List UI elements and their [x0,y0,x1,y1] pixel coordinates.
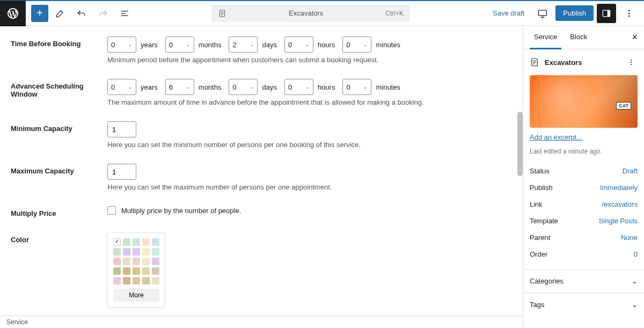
minutes-select[interactable]: 0⌄ [342,79,371,95]
color-swatch[interactable] [123,248,130,256]
max-capacity-input[interactable] [107,164,136,180]
close-sidebar-button[interactable]: × [632,32,638,43]
years-select[interactable]: 0⌄ [107,37,136,53]
field-color: Color More [11,232,523,308]
tab-service[interactable]: Service [530,26,561,49]
prop-status: StatusDraft [530,163,638,179]
months-select[interactable]: 6⌄ [165,79,194,95]
hours-select[interactable]: 0⌄ [284,37,313,53]
dots-vertical-icon [624,8,634,19]
color-swatch[interactable] [133,277,140,285]
color-swatch[interactable] [152,258,159,265]
edit-mode-button[interactable] [50,4,70,23]
preview-button[interactable] [533,4,552,23]
prop-order: Order0 [530,246,638,263]
breadcrumb[interactable]: Service [0,316,523,328]
sidebar-icon [601,8,612,19]
help-text: Here you can set the maximum number of p… [107,183,523,191]
main-area: Time Before Booking 0⌄years 0⌄months 2⌄d… [0,26,644,328]
panel-tags[interactable]: Tags ⌄ [523,293,644,316]
color-swatch[interactable] [133,267,140,275]
checkbox-label: Multiply price by the number of people. [121,207,241,215]
toolbar-right: Save draft Publish [487,4,644,23]
editor-canvas: Time Before Booking 0⌄years 0⌄months 2⌄d… [0,26,523,328]
color-swatch[interactable] [142,277,150,285]
color-swatch[interactable] [152,248,159,256]
scrollbar-handle[interactable] [517,112,523,176]
svg-point-4 [628,10,630,11]
color-more-button[interactable]: More [113,289,159,302]
years-select[interactable]: 0⌄ [107,79,136,95]
featured-image[interactable]: CAT [530,75,638,128]
wp-logo[interactable] [0,1,26,26]
add-excerpt-link[interactable]: Add an excerpt... [523,133,644,148]
color-swatch[interactable] [113,267,121,275]
prop-publish: PublishImmediately [530,179,638,196]
minutes-select[interactable]: 0⌄ [342,37,371,53]
help-text: Minimum period before the appointment wh… [107,56,523,64]
color-swatch[interactable] [113,258,121,265]
color-swatch[interactable] [123,267,130,275]
chevron-down-icon: ⌄ [363,42,368,47]
color-swatch[interactable] [142,238,150,246]
color-swatch[interactable] [142,248,150,256]
save-draft-button[interactable]: Save draft [487,6,530,20]
svg-point-10 [631,64,632,65]
keyboard-shortcut: Ctrl+K [385,10,404,17]
help-text: Here you can set the minimum number of p… [107,141,523,149]
dots-vertical-icon [627,58,635,67]
page-icon [218,9,226,18]
color-swatch[interactable] [123,258,130,265]
color-swatch[interactable] [113,238,121,246]
field-label: Time Before Booking [11,37,107,64]
color-swatch[interactable] [113,277,121,285]
days-select[interactable]: 0⌄ [229,79,258,95]
panel-categories[interactable]: Categories ⌄ [523,269,644,293]
chevron-down-icon: ⌄ [250,42,254,47]
publish-button[interactable]: Publish [555,5,594,21]
months-select[interactable]: 0⌄ [165,37,194,53]
document-title: Excavators [231,9,381,17]
color-swatch[interactable] [142,258,150,265]
hours-select[interactable]: 0⌄ [284,79,313,95]
prop-link: Link/excavators [530,196,638,213]
days-select[interactable]: 2⌄ [229,37,258,53]
document-overview-button[interactable] [115,4,134,23]
color-swatch[interactable] [152,277,159,285]
sidebar-options-button[interactable] [625,56,638,69]
field-multiply-price: Multiply Price Multiply price by the num… [11,206,523,217]
color-swatch[interactable] [133,238,140,246]
chevron-down-icon: ⌄ [305,84,310,90]
pencil-icon [55,8,65,19]
color-swatch[interactable] [152,267,159,275]
chevron-down-icon: ⌄ [363,84,368,90]
color-swatch[interactable] [113,248,121,256]
color-swatch[interactable] [133,248,140,256]
color-swatch[interactable] [152,238,159,246]
color-swatch[interactable] [133,258,140,265]
tab-block[interactable]: Block [566,26,591,49]
svg-point-9 [631,62,632,63]
color-swatch[interactable] [123,238,130,246]
desktop-icon [537,8,548,19]
color-grid [113,238,159,285]
last-edited-text: Last edited a minute ago. [523,148,644,163]
document-bar[interactable]: Excavators Ctrl+K [211,5,410,22]
chevron-down-icon: ⌄ [305,42,310,47]
color-swatch[interactable] [123,277,130,285]
toolbar-center: Excavators Ctrl+K [134,5,487,22]
settings-panel-button[interactable] [597,4,616,23]
undo-button[interactable] [72,4,91,23]
color-swatch[interactable] [142,267,150,275]
options-button[interactable] [619,4,639,23]
list-icon [119,8,130,19]
field-label: Maximum Capacity [11,164,107,191]
sidebar-tabs: Service Block × [523,26,644,49]
svg-point-5 [628,12,630,14]
wordpress-icon [6,7,19,20]
settings-sidebar: Service Block × Excavators CAT Add an ex… [523,26,644,328]
min-capacity-input[interactable] [107,121,136,137]
add-block-button[interactable]: + [31,5,48,22]
redo-button[interactable] [93,4,113,23]
multiply-price-checkbox[interactable] [107,206,116,215]
